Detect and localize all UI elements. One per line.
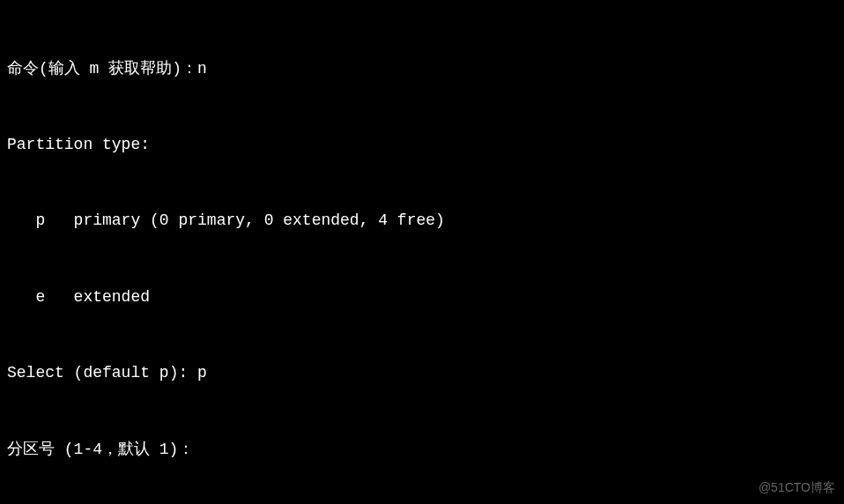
terminal-line: p primary (0 primary, 0 extended, 4 free… — [7, 208, 837, 233]
terminal-line: Select (default p): p — [7, 360, 837, 386]
terminal-output[interactable]: 命令(输入 m 获取帮助)：n Partition type: p primar… — [7, 5, 837, 504]
terminal-line: 命令(输入 m 获取帮助)：n — [7, 56, 837, 82]
watermark-text: @51CTO博客 — [759, 478, 835, 497]
terminal-line: 分区号 (1-4，默认 1)： — [7, 437, 837, 463]
terminal-line: e extended — [7, 285, 837, 310]
terminal-line: Partition type: — [7, 132, 837, 158]
